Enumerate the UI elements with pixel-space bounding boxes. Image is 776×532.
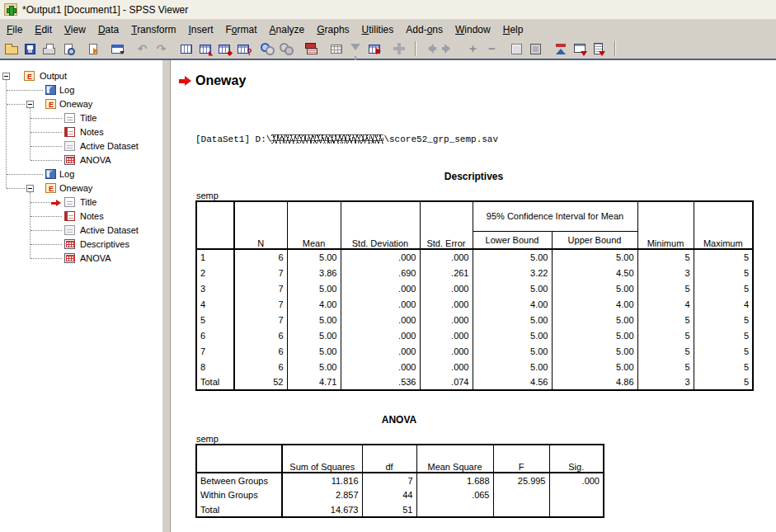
tree-item-label: Title: [80, 113, 96, 123]
column-header: N: [234, 201, 287, 249]
table-cell: 5: [694, 265, 753, 280]
menu-transform[interactable]: Transform: [131, 24, 176, 35]
table-cell: 5: [694, 374, 753, 390]
table-cell: 5: [637, 312, 694, 327]
menu-insert[interactable]: Insert: [188, 24, 213, 35]
show-output-icon: [511, 44, 522, 54]
hide-output-button[interactable]: [526, 40, 545, 58]
menu-add-ons[interactable]: Add-ons: [406, 24, 443, 35]
goto-case-icon: [200, 45, 211, 54]
tree-item-notes[interactable]: Notes: [0, 210, 162, 224]
value-labels-button[interactable]: [302, 40, 321, 58]
save-icon: [25, 44, 35, 54]
table-row: 165.00.000.0005.005.0055: [196, 249, 753, 265]
tree-item-anova[interactable]: ANOVA: [0, 153, 162, 167]
menu-utilities[interactable]: Utilities: [362, 24, 394, 35]
tree-item-label: ANOVA: [80, 155, 111, 165]
tree-item-log[interactable]: Log: [0, 83, 162, 97]
export-output-button[interactable]: [83, 40, 102, 58]
table-cell: 4.71: [287, 374, 341, 390]
table-cell: .000: [341, 359, 420, 374]
demote-outline-button[interactable]: [570, 40, 589, 58]
descriptives-table[interactable]: N Mean Std. Deviation Std. Error 95% Con…: [195, 200, 754, 391]
goto-data-button[interactable]: [176, 40, 195, 58]
tree-item-notes[interactable]: Notes: [0, 125, 162, 139]
variables-button[interactable]: [214, 40, 233, 58]
table-cell: 7: [362, 473, 416, 487]
select-last-output-button[interactable]: [389, 40, 408, 58]
go-forward-button[interactable]: [439, 40, 458, 58]
tree-item-output[interactable]: Output: [0, 69, 162, 83]
tree-item-title[interactable]: Title: [0, 195, 162, 210]
tree-item-oneway[interactable]: Oneway: [0, 97, 162, 111]
tree-item-anova[interactable]: ANOVA: [0, 252, 162, 266]
show-all-variables-button[interactable]: [346, 40, 364, 58]
oneway-heading-block[interactable]: Oneway: [179, 72, 776, 90]
menu-format[interactable]: Format: [226, 24, 257, 35]
expand-outline-button[interactable]: [463, 40, 482, 58]
tree-item-descriptives[interactable]: Descriptives: [0, 238, 162, 252]
table-cell: .000: [341, 280, 420, 296]
table-cell: 4.00: [473, 296, 552, 312]
find-next-button[interactable]: [277, 40, 296, 58]
menu-window[interactable]: Window: [455, 24, 491, 35]
goto-case-button[interactable]: [195, 40, 214, 58]
print-preview-icon: [64, 44, 73, 54]
row-label: Between Groups: [196, 473, 282, 487]
open-file-icon: [5, 46, 18, 54]
collapse-outline-icon: [488, 41, 496, 56]
save-button[interactable]: [21, 40, 40, 58]
go-back-button[interactable]: [420, 40, 439, 58]
promote-outline-button[interactable]: [551, 40, 570, 58]
use-variable-sets-button[interactable]: [327, 40, 346, 58]
table-cell: .074: [420, 374, 473, 390]
tree-item-oneway[interactable]: Oneway: [0, 181, 162, 195]
tree-collapse-expander-icon[interactable]: [26, 185, 34, 192]
table-row: 273.86.690.2613.224.5035: [196, 265, 753, 280]
pane-splitter[interactable]: [162, 60, 171, 532]
menu-graphs[interactable]: Graphs: [317, 24, 349, 35]
redo-button[interactable]: [152, 40, 171, 58]
print-button[interactable]: [40, 40, 59, 58]
tree-item-active-dataset[interactable]: Active Dataset: [0, 224, 162, 238]
tree-item-title[interactable]: Title: [0, 111, 162, 125]
tree-collapse-expander-icon[interactable]: [2, 73, 10, 80]
variables-icon: [219, 45, 230, 54]
menu-edit[interactable]: Edit: [35, 24, 52, 35]
menu-file[interactable]: File: [7, 24, 22, 35]
anova-table[interactable]: Sum of Squares df Mean Square F Sig. Bet…: [195, 444, 604, 518]
undo-button[interactable]: [133, 40, 152, 58]
table-cell: 5: [637, 280, 694, 296]
goto-output-button[interactable]: [364, 40, 383, 58]
insert-text-button[interactable]: [589, 40, 608, 58]
find-icon: [261, 43, 275, 54]
table-cell: 5.00: [287, 249, 341, 265]
variable-info-button[interactable]: [233, 40, 252, 58]
find-button[interactable]: [258, 40, 277, 58]
tree-item-label: Title: [80, 197, 96, 207]
tree-collapse-expander-icon[interactable]: [26, 101, 34, 108]
collapse-outline-button[interactable]: [482, 40, 501, 58]
spss-viewer-icon[interactable]: [4, 3, 17, 16]
table-cell: 5: [637, 249, 694, 265]
redacted-path-scribble: [271, 134, 383, 144]
tree-item-active-dataset[interactable]: Active Dataset: [0, 139, 162, 153]
open-file-button[interactable]: [2, 40, 21, 58]
show-output-button[interactable]: [507, 40, 526, 58]
table-cell: 25.995: [493, 473, 549, 487]
recall-dialogs-button[interactable]: [108, 40, 127, 58]
menu-help[interactable]: Help: [503, 24, 524, 35]
tree-item-label: Output: [40, 71, 67, 81]
toolbar: [0, 39, 776, 59]
table-cell: 5.00: [287, 359, 341, 374]
print-preview-button[interactable]: [59, 40, 78, 58]
table-cell: 52: [234, 374, 287, 390]
menu-view[interactable]: View: [64, 24, 86, 35]
tree-item-log[interactable]: Log: [0, 167, 162, 181]
menu-analyze[interactable]: Analyze: [270, 24, 305, 35]
table-row: 474.00.000.0004.004.0044: [196, 296, 753, 312]
tree-item-label: ANOVA: [80, 253, 111, 263]
table-cell: 5.00: [473, 312, 552, 327]
dataset-log-line[interactable]: [DataSet1] D:\\score52_grp_semp.sav: [195, 134, 776, 144]
menu-data[interactable]: Data: [98, 24, 119, 35]
